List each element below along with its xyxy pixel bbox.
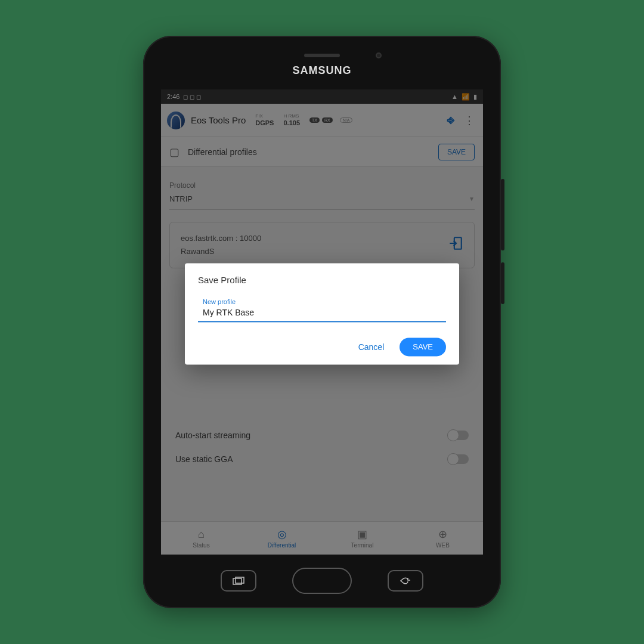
side-button (501, 262, 504, 304)
side-button (501, 179, 504, 250)
screen: 2:46 ◻◻◻ ▲ 📶 ▮ Eos Tools Pro FIX DGPS H … (161, 89, 483, 555)
speaker-grille (304, 54, 340, 57)
profile-name-label: New profile (203, 298, 446, 305)
tablet-frame: SAMSUNG 2:46 ◻◻◻ ▲ 📶 ▮ Eos Tools Pro FIX… (143, 36, 501, 608)
profile-name-input[interactable] (198, 305, 446, 322)
device-brand: SAMSUNG (143, 64, 501, 77)
save-button[interactable]: SAVE (400, 338, 446, 356)
front-camera (376, 52, 382, 58)
recents-hw-button[interactable] (221, 570, 256, 592)
home-hw-button[interactable] (292, 568, 352, 594)
dialog-title: Save Profile (198, 275, 446, 285)
save-profile-dialog: Save Profile New profile Cancel SAVE (185, 263, 459, 364)
cancel-button[interactable]: Cancel (354, 339, 389, 355)
back-hw-button[interactable] (388, 570, 423, 592)
hardware-buttons (143, 568, 501, 594)
